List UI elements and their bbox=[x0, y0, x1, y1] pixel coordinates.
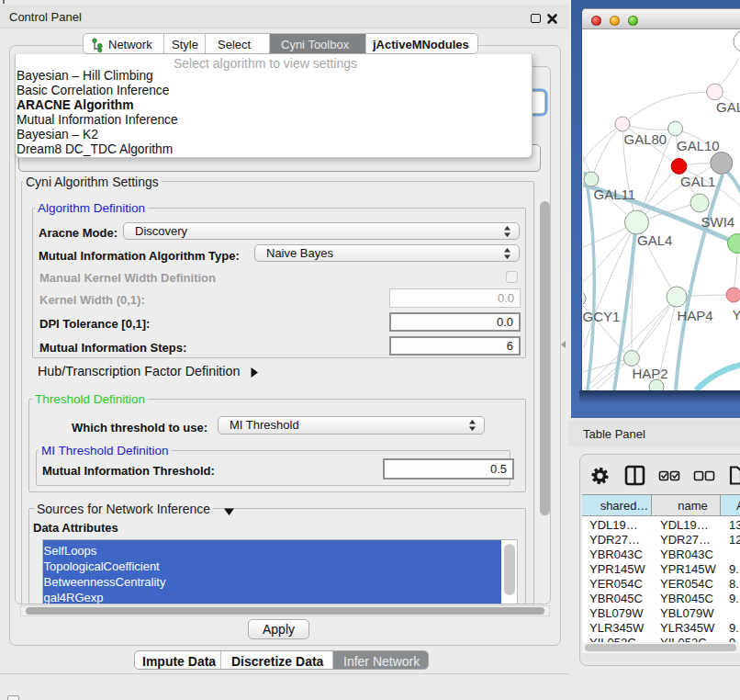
svg-text:HAP4: HAP4 bbox=[678, 308, 713, 323]
svg-text:GCY1: GCY1 bbox=[583, 309, 620, 324]
svg-text:HAP2: HAP2 bbox=[633, 366, 668, 381]
svg-text:GAL7: GAL7 bbox=[716, 99, 740, 115]
svg-text:Y: Y bbox=[733, 307, 740, 322]
svg-text:SWI4: SWI4 bbox=[701, 214, 735, 230]
svg-text:GAL1: GAL1 bbox=[680, 174, 715, 189]
svg-text:GAL11: GAL11 bbox=[594, 186, 636, 202]
svg-text:GAL10: GAL10 bbox=[677, 138, 720, 153]
svg-text:GAL4: GAL4 bbox=[637, 232, 672, 248]
svg-text:GAL80: GAL80 bbox=[624, 131, 667, 147]
